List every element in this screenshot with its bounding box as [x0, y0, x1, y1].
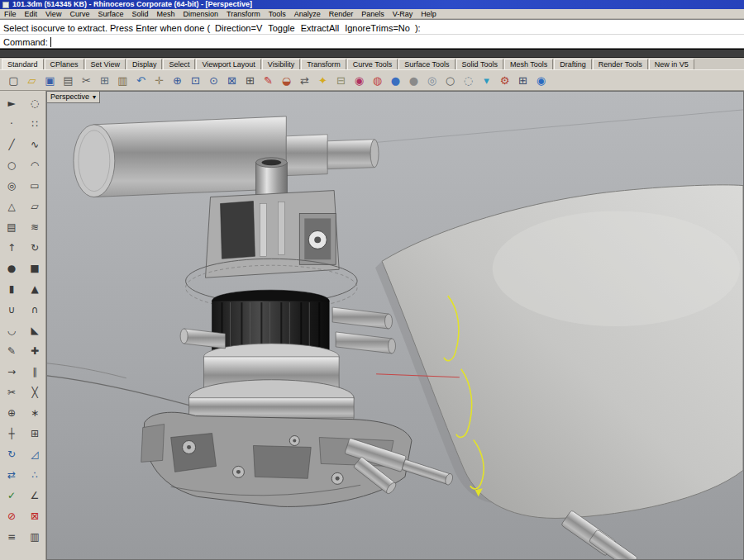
polyline-tool-icon[interactable]: ╱: [1, 135, 22, 154]
model-wire-curves[interactable]: [47, 363, 193, 406]
properties-tool-icon[interactable]: ▥: [24, 527, 45, 546]
extend-tool-icon[interactable]: →: [1, 362, 22, 381]
toolbar-tab[interactable]: Select: [163, 59, 195, 69]
menu-item[interactable]: Solid: [127, 10, 152, 18]
boolean-intersect-icon[interactable]: ∩: [24, 300, 45, 319]
cone-tool-icon[interactable]: ▲: [24, 279, 45, 298]
extrude-tool-icon[interactable]: ↑: [1, 238, 22, 257]
boolean-union-icon[interactable]: ∪: [1, 300, 22, 319]
chamfer-tool-icon[interactable]: ◣: [24, 320, 45, 339]
toolbar-tab[interactable]: Mesh Tools: [504, 59, 553, 69]
toolbar-tab[interactable]: Render Tools: [593, 59, 648, 69]
toolbar-tab[interactable]: Display: [126, 59, 163, 69]
render-preview-icon[interactable]: ◍: [369, 72, 386, 89]
print-icon[interactable]: ▤: [60, 72, 77, 89]
curve-edit-icon[interactable]: ✎: [1, 341, 22, 360]
join-tool-icon[interactable]: ⊕: [1, 403, 22, 422]
light-tool-icon[interactable]: ✦: [314, 72, 331, 89]
lasso-select-icon[interactable]: ◌: [24, 93, 45, 112]
toolbar-tab[interactable]: CPlanes: [45, 59, 84, 69]
viewport-layout-icon[interactable]: ⊞: [241, 72, 259, 89]
wireframe-display-icon[interactable]: ○: [441, 72, 459, 89]
menu-item[interactable]: Dimension: [179, 10, 222, 18]
water-drop-icon[interactable]: ▾: [478, 72, 495, 89]
rendered-display-icon[interactable]: ●: [405, 72, 422, 89]
copy-tool-icon[interactable]: ⊞: [24, 424, 45, 443]
mirror-tool-icon[interactable]: ⇄: [1, 465, 22, 484]
split-tool-icon[interactable]: ╳: [24, 382, 45, 401]
toolbar-tab[interactable]: New in V5: [649, 59, 694, 69]
polygon-tool-icon[interactable]: △: [1, 197, 22, 216]
toolbar-tab[interactable]: Solid Tools: [456, 59, 503, 69]
zoom-window-icon[interactable]: ⊡: [187, 72, 204, 89]
zoom-dynamic-icon[interactable]: ⊕: [169, 72, 186, 89]
options-gear-icon[interactable]: ⚙: [496, 72, 513, 89]
title-bar[interactable]: 101.3dm (514345 KB) - Rhinoceros Corpora…: [0, 0, 744, 9]
model-barrel[interactable]: [286, 135, 379, 176]
open-file-icon[interactable]: ▱: [23, 72, 41, 89]
panel-splitter[interactable]: [0, 49, 744, 58]
toolbar-tab[interactable]: Set View: [85, 59, 126, 69]
circle-tool-icon[interactable]: ○: [1, 155, 22, 174]
cut-icon[interactable]: ✂: [78, 72, 95, 89]
menu-item[interactable]: Tools: [265, 10, 290, 18]
scale-tool-icon[interactable]: ◿: [24, 444, 45, 463]
new-document-icon[interactable]: ▢: [5, 72, 22, 89]
menu-item[interactable]: File: [0, 10, 21, 18]
explode-tool-icon[interactable]: ∗: [24, 403, 45, 422]
menu-item[interactable]: Transform: [222, 10, 265, 18]
shaded-display-icon[interactable]: ●: [387, 72, 404, 89]
surface-tool-icon[interactable]: ▤: [1, 217, 22, 236]
toolbar-tab[interactable]: Visibility: [262, 59, 300, 69]
menu-item[interactable]: Analyze: [290, 10, 325, 18]
check-tool-icon[interactable]: ✓: [1, 486, 22, 505]
hide-swap-icon[interactable]: ◒: [278, 72, 295, 89]
toolbar-tab[interactable]: Transform: [301, 59, 346, 69]
move-tool-icon[interactable]: ┼: [1, 424, 22, 443]
menu-item[interactable]: Render: [325, 10, 358, 18]
revolve-tool-icon[interactable]: ↻: [24, 238, 45, 257]
ghosted-display-icon[interactable]: ◎: [423, 72, 441, 89]
toolbar-tab[interactable]: Standard: [2, 59, 44, 69]
chevron-down-icon[interactable]: ▾: [93, 93, 96, 102]
fillet-tool-icon[interactable]: ◡: [1, 320, 22, 339]
lipstick-marker-icon[interactable]: ✎: [260, 72, 277, 89]
zoom-extents-icon[interactable]: ⊠: [223, 72, 241, 89]
rebuild-tool-icon[interactable]: ✚: [24, 341, 45, 360]
xray-display-icon[interactable]: ◌: [460, 72, 477, 89]
menu-item[interactable]: V-Ray: [389, 10, 417, 18]
rectangle-tool-icon[interactable]: ▭: [24, 176, 45, 195]
command-option[interactable]: Direction=V: [215, 23, 262, 33]
save-file-icon[interactable]: ▣: [41, 72, 59, 89]
menu-item[interactable]: Edit: [21, 10, 42, 18]
toolbar-tab[interactable]: Viewport Layout: [196, 59, 260, 69]
lock-objects-icon[interactable]: ⊠: [24, 506, 45, 525]
offset-tool-icon[interactable]: ∥: [24, 362, 45, 381]
render-icon[interactable]: ◉: [351, 72, 368, 89]
command-option[interactable]: Toggle: [268, 23, 294, 33]
undo-icon[interactable]: ↶: [132, 72, 150, 89]
help-icon[interactable]: ◉: [532, 72, 550, 89]
point-cloud-icon[interactable]: ∷: [24, 114, 45, 133]
cylinder-tool-icon[interactable]: ▮: [1, 279, 22, 298]
trim-tool-icon[interactable]: ✂: [1, 382, 22, 401]
zoom-selected-icon[interactable]: ⊙: [205, 72, 222, 89]
menu-item[interactable]: Panels: [357, 10, 389, 18]
ellipse-tool-icon[interactable]: ◎: [1, 176, 22, 195]
menu-item[interactable]: Help: [417, 10, 441, 18]
point-tool-icon[interactable]: ·: [1, 114, 22, 133]
toolbar-tab[interactable]: Curve Tools: [347, 59, 398, 69]
curve-tool-icon[interactable]: ∿: [24, 135, 45, 154]
measure-tool-icon[interactable]: ∠: [24, 486, 45, 505]
sphere-tool-icon[interactable]: ●: [1, 259, 22, 278]
perspective-viewport[interactable]: Perspective ▾: [46, 91, 744, 560]
arc-tool-icon[interactable]: ◠: [24, 155, 45, 174]
menu-item[interactable]: Mesh: [152, 10, 179, 18]
rotate-tool-icon[interactable]: ↻: [1, 444, 22, 463]
menu-item[interactable]: Surface: [93, 10, 127, 18]
command-input-line[interactable]: Command:: [0, 34, 744, 48]
array-tool-icon[interactable]: ∴: [24, 465, 45, 484]
hide-objects-icon[interactable]: ⊘: [1, 506, 22, 525]
loft-tool-icon[interactable]: ≋: [24, 217, 45, 236]
plane-tool-icon[interactable]: ▱: [24, 197, 45, 216]
